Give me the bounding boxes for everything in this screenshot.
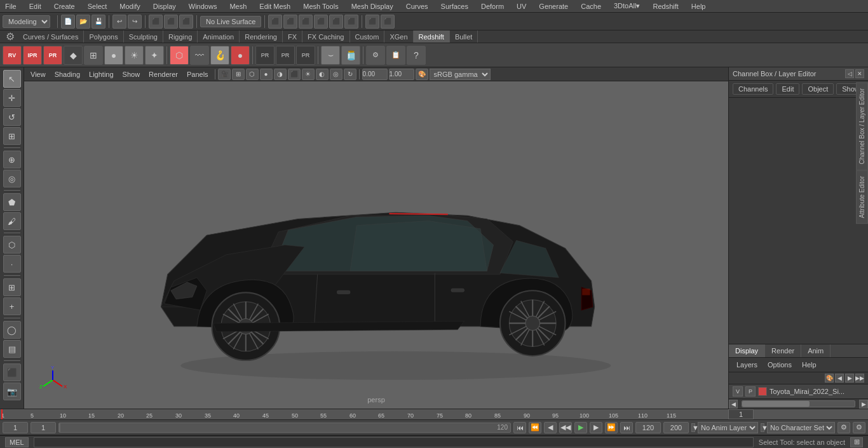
shelf-icon-logo[interactable]: ◆ bbox=[64, 46, 83, 65]
component-mode-button[interactable]: ⬡ bbox=[3, 236, 21, 254]
char-set-selector[interactable]: No Character Set bbox=[767, 422, 835, 433]
anim-layer-selector[interactable]: No Anim Layer bbox=[698, 422, 758, 433]
scale-input[interactable] bbox=[389, 69, 414, 80]
vp-texture-icon[interactable]: ⬛ bbox=[288, 69, 301, 80]
menu-redshift[interactable]: Redshift bbox=[650, 3, 681, 10]
vp-light-icon[interactable]: ☀ bbox=[302, 69, 315, 80]
layer-scrollbar[interactable]: ◀ ▶ bbox=[729, 398, 868, 409]
workspace-selector[interactable]: Modeling bbox=[3, 15, 50, 28]
viewport-menu-renderer[interactable]: Renderer bbox=[145, 69, 182, 79]
menu-file[interactable]: File bbox=[3, 3, 19, 10]
rotate-tool-button[interactable]: ↺ bbox=[3, 108, 21, 126]
colorspace-icon[interactable]: 🎨 bbox=[416, 69, 428, 80]
select-tool-button[interactable]: ↖ bbox=[3, 70, 21, 88]
menu-select[interactable]: Select bbox=[85, 3, 110, 10]
menu-curves[interactable]: Curves bbox=[403, 3, 431, 10]
play-last-button[interactable]: ⏭ bbox=[620, 422, 633, 433]
shelf-tab-custom[interactable]: Custom bbox=[350, 31, 385, 43]
rotation-input[interactable] bbox=[362, 69, 388, 80]
tab-display[interactable]: Display bbox=[729, 344, 765, 357]
shelf-icon-glass[interactable]: 🫙 bbox=[341, 46, 360, 65]
play-forward-button[interactable]: ▶ bbox=[574, 422, 587, 433]
viewport-menu-lighting[interactable]: Lighting bbox=[85, 69, 118, 79]
layers-menu-help[interactable]: Help bbox=[798, 360, 820, 369]
shelf-icon-wave[interactable]: 〰 bbox=[190, 46, 209, 65]
panel-shrink-button[interactable]: ◁ bbox=[845, 69, 854, 78]
camera-button[interactable]: 📷 bbox=[3, 383, 21, 400]
shelf-tab-animation[interactable]: Animation bbox=[198, 31, 240, 43]
viewport-canvas[interactable]: persp X Z Y bbox=[24, 81, 728, 409]
scrollbar-track[interactable] bbox=[742, 400, 855, 407]
menu-edit-mesh[interactable]: Edit Mesh bbox=[257, 3, 293, 10]
snap-point-button[interactable]: ⬛ bbox=[299, 15, 313, 29]
redo-button[interactable]: ↪ bbox=[128, 15, 142, 29]
menu-3dtoall[interactable]: 3DtoAll▾ bbox=[611, 2, 642, 10]
shelf-icon-sphere[interactable]: ● bbox=[104, 46, 123, 65]
menu-display[interactable]: Display bbox=[151, 3, 179, 10]
menu-mesh-tools[interactable]: Mesh Tools bbox=[301, 3, 341, 10]
menu-help[interactable]: Help bbox=[689, 3, 709, 10]
layer-more-button[interactable]: ▶▶ bbox=[855, 374, 864, 383]
play-next-frame-button[interactable]: ▶ bbox=[590, 422, 602, 433]
char-set-dropdown-arrow[interactable]: ▼ bbox=[761, 423, 764, 432]
shelf-tab-fx-caching[interactable]: FX Caching bbox=[302, 31, 349, 43]
menu-cache[interactable]: Cache bbox=[578, 3, 604, 10]
panel-close-button[interactable]: ✕ bbox=[855, 69, 864, 78]
shelf-icon-grid[interactable]: ⊞ bbox=[84, 46, 103, 65]
transform-tool-button[interactable]: ⊕ bbox=[3, 151, 21, 168]
menu-uv[interactable]: UV bbox=[514, 3, 529, 10]
menu-mesh-display[interactable]: Mesh Display bbox=[349, 3, 396, 10]
menu-windows[interactable]: Windows bbox=[186, 3, 220, 10]
soft-select-button[interactable]: ◎ bbox=[3, 170, 21, 187]
vp-grid-icon[interactable]: ⊞ bbox=[232, 69, 245, 80]
play-next-key-button[interactable]: ⏩ bbox=[605, 422, 618, 433]
save-file-button[interactable]: 💾 bbox=[92, 15, 105, 29]
snap-curve-button[interactable]: ⬛ bbox=[283, 15, 297, 29]
select-mode-button[interactable]: ⬛ bbox=[149, 15, 163, 29]
shelf-tab-xgen[interactable]: XGen bbox=[384, 31, 413, 43]
ch-tab-channels[interactable]: Channels bbox=[733, 83, 773, 95]
no-live-surface-button[interactable]: No Live Surface bbox=[200, 16, 261, 27]
layer-color-button[interactable]: 🎨 bbox=[825, 374, 834, 383]
shelf-icon-settings1[interactable]: ⚙ bbox=[366, 46, 385, 65]
shelf-icon-sun[interactable]: ✦ bbox=[145, 46, 164, 65]
shelf-tab-fx[interactable]: FX bbox=[283, 31, 302, 43]
layer-color-swatch[interactable] bbox=[758, 387, 767, 396]
layers-menu-layers[interactable]: Layers bbox=[733, 360, 761, 369]
layer-row[interactable]: V P Toyota_Mirai_2022_Si... bbox=[729, 384, 868, 398]
new-file-button[interactable]: 📄 bbox=[61, 15, 75, 29]
layer-prev-button[interactable]: ◀ bbox=[835, 374, 844, 383]
script-editor-button[interactable]: ⊞ bbox=[850, 437, 863, 447]
xray-button[interactable]: ⬛ bbox=[329, 15, 343, 29]
anim-end-input[interactable] bbox=[635, 422, 661, 433]
ch-tab-object[interactable]: Object bbox=[802, 83, 834, 95]
anim-layer-dropdown-arrow[interactable]: ▼ bbox=[691, 423, 695, 432]
play-back-button[interactable]: ◀◀ bbox=[559, 422, 572, 433]
vp-wireframe-icon[interactable]: ⬡ bbox=[246, 69, 259, 80]
vp-camera-icon[interactable]: 🎥 bbox=[218, 69, 231, 80]
shelf-tab-rendering[interactable]: Rendering bbox=[240, 31, 283, 43]
shelf-icon-bowl[interactable]: ⌣ bbox=[321, 46, 340, 65]
undo-button[interactable]: ↩ bbox=[112, 15, 126, 29]
scale-tool-button[interactable]: ⊞ bbox=[3, 127, 21, 145]
open-file-button[interactable]: 📂 bbox=[76, 15, 90, 29]
mel-python-toggle[interactable]: MEL bbox=[5, 437, 29, 447]
menu-mesh[interactable]: Mesh bbox=[227, 3, 249, 10]
render-preview-button[interactable]: ⬛ bbox=[365, 15, 379, 29]
edge-tab-channel-box[interactable]: Channel Box / Layer Editor bbox=[856, 83, 868, 170]
layer-next-button[interactable]: ▶ bbox=[845, 374, 854, 383]
vp-shadow-icon[interactable]: ◐ bbox=[316, 69, 329, 80]
ipr-button[interactable]: ⬛ bbox=[381, 15, 395, 29]
scrollbar-left-arrow[interactable]: ◀ bbox=[729, 400, 738, 409]
shelf-tab-curves-surfaces[interactable]: Curves / Surfaces bbox=[18, 31, 84, 43]
anim-playback-button[interactable]: ⚙ bbox=[853, 422, 865, 433]
shelf-icon-pr[interactable]: PR bbox=[43, 46, 62, 65]
menu-surfaces[interactable]: Surfaces bbox=[438, 3, 471, 10]
vp-shading-icon[interactable]: ◑ bbox=[274, 69, 287, 80]
ch-tab-edit[interactable]: Edit bbox=[776, 83, 799, 95]
shelf-icon-hook[interactable]: 🪝 bbox=[210, 46, 229, 65]
vp-smooth-icon[interactable]: ● bbox=[260, 69, 273, 80]
tab-render[interactable]: Render bbox=[765, 344, 801, 357]
shelf-icon-pr3[interactable]: PR bbox=[276, 46, 295, 65]
scrollbar-thumb[interactable] bbox=[742, 401, 810, 407]
